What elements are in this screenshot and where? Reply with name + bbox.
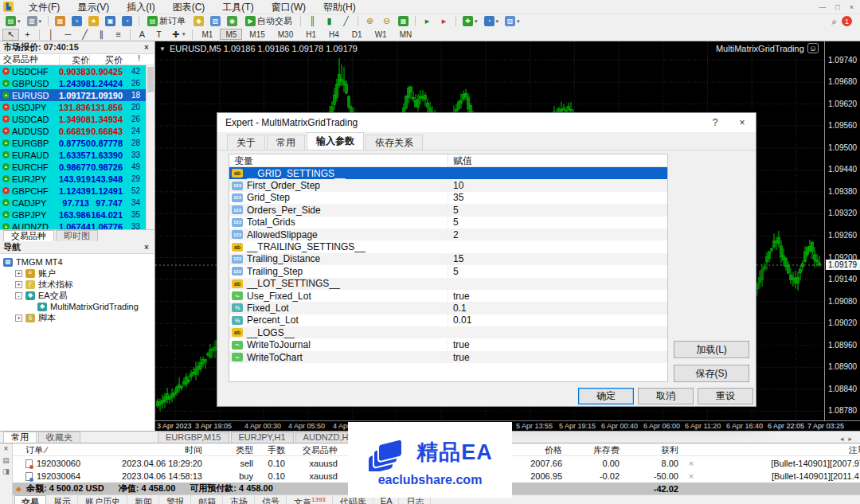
metaeditor-button[interactable]: ◆ bbox=[190, 15, 207, 27]
market-watch-tab[interactable]: 即时图 bbox=[56, 230, 98, 241]
timeframe-d1[interactable]: D1 bbox=[346, 29, 368, 40]
cursor-button[interactable]: ↖ bbox=[2, 29, 19, 41]
terminal-tab-item[interactable]: 信号 bbox=[256, 495, 287, 504]
param-value[interactable]: 5 bbox=[448, 266, 667, 277]
param-value[interactable]: 35 bbox=[448, 192, 667, 203]
market-watch-scrollbar[interactable] bbox=[146, 65, 154, 229]
minimize-button[interactable]: — bbox=[819, 3, 826, 11]
vline-button[interactable]: │ bbox=[43, 29, 60, 41]
terminal-column-header[interactable]: 获利 bbox=[613, 444, 678, 456]
new-chart-button[interactable]: ▤▾ bbox=[2, 15, 24, 27]
market-watch-row[interactable]: ▲EURAUD1.633571.6339033 bbox=[0, 149, 154, 161]
new-order-button[interactable]: ▤新订单 bbox=[143, 15, 190, 27]
param-value[interactable]: 2 bbox=[448, 229, 667, 240]
line-chart-button[interactable]: ╱ bbox=[338, 15, 354, 27]
timeframe-w1[interactable]: W1 bbox=[369, 29, 393, 40]
param-row[interactable]: ½Percent_Lot0.01 bbox=[229, 315, 667, 326]
zoom-in-button[interactable]: ⊕ bbox=[362, 15, 378, 27]
terminal-column-header[interactable]: 类型 bbox=[213, 444, 253, 456]
terminal-tab-item[interactable]: 市场 bbox=[224, 495, 255, 504]
zoom-out-button[interactable]: ⊖ bbox=[378, 15, 395, 27]
terminal-column-header[interactable]: 注释 bbox=[698, 444, 860, 456]
chart-tab[interactable]: EURGBP,M15 bbox=[158, 432, 229, 443]
terminal-tab-item[interactable]: 展示 bbox=[47, 495, 78, 504]
nav-indicators[interactable]: +ƒ技术指标 bbox=[0, 279, 154, 290]
channel-button[interactable]: ∥ bbox=[93, 29, 110, 41]
market-watch-row[interactable]: ▲EURJPY143.919143.94829 bbox=[0, 173, 154, 185]
data-window-button[interactable]: + bbox=[68, 15, 85, 27]
crosshair-button[interactable]: + bbox=[19, 29, 36, 41]
terminal-tab-item[interactable]: 警报 bbox=[160, 495, 191, 504]
hline-button[interactable]: ─ bbox=[60, 29, 76, 41]
bar-chart-button[interactable]: ║ bbox=[304, 15, 321, 27]
market-watch-row[interactable]: ▲EURUSD1.091721.0919018 bbox=[0, 89, 154, 101]
timeframe-m1[interactable]: M1 bbox=[197, 29, 219, 40]
periods-button[interactable]: ◔▾ bbox=[481, 15, 502, 27]
add-indicator-button[interactable]: ✚▾ bbox=[459, 15, 481, 27]
fibo-button[interactable]: ≡ bbox=[110, 29, 127, 41]
param-row[interactable]: 123Orders_Per_Side5 bbox=[229, 204, 667, 216]
dialog-titlebar[interactable]: Expert - MultiMatrixGridTrading ? × bbox=[217, 113, 756, 132]
market-watch-row[interactable]: ▼USDCHF0.903830.9042542 bbox=[0, 65, 154, 77]
load-button[interactable]: 加载(L) bbox=[674, 341, 749, 358]
market-watch-row[interactable]: ▲EURGBP0.877500.8777828 bbox=[0, 137, 154, 149]
dialog-tab[interactable]: 依存关系 bbox=[366, 135, 423, 150]
terminal-column-header[interactable]: 订单 ∕ bbox=[25, 444, 101, 456]
terminal-tab-item[interactable]: 邮箱 bbox=[192, 495, 223, 504]
close-order-icon[interactable]: × bbox=[683, 470, 699, 483]
dialog-tab[interactable]: 输入参数 bbox=[307, 132, 364, 150]
expand-icon[interactable]: + bbox=[15, 270, 22, 277]
timeframe-mn[interactable]: MN bbox=[394, 29, 418, 40]
menu-file[interactable]: 文件(F) bbox=[20, 0, 68, 14]
text-button[interactable]: A bbox=[134, 29, 150, 41]
collapse-icon[interactable]: - bbox=[15, 292, 22, 299]
terminal-tool-icon[interactable]: ▤ bbox=[2, 456, 10, 464]
param-row[interactable]: 123Grid_Step35 bbox=[229, 192, 667, 204]
nav-experts[interactable]: -◆EA交易 bbox=[0, 290, 154, 301]
param-row[interactable]: 123Trailing_Step5 bbox=[229, 265, 667, 277]
timeframe-h4[interactable]: H4 bbox=[323, 29, 345, 40]
expand-icon[interactable]: + bbox=[15, 315, 22, 322]
timeframe-m5[interactable]: M5 bbox=[220, 29, 242, 40]
arrows-button[interactable]: ✚▾ bbox=[167, 29, 189, 41]
chevron-down-icon[interactable]: ▾ bbox=[18, 18, 21, 25]
tab-scroll-right-icon[interactable]: ▸ bbox=[848, 435, 852, 443]
chevron-down-icon[interactable]: ▾ bbox=[475, 18, 478, 25]
terminal-tab-item[interactable]: 账户历史 bbox=[79, 495, 127, 504]
dialog-tab[interactable]: 常用 bbox=[267, 135, 305, 150]
market-watch-button[interactable]: ▦ bbox=[52, 15, 68, 27]
menu-view[interactable]: 显示(V) bbox=[68, 0, 118, 14]
tab-scroll-left-icon[interactable]: ◂ bbox=[840, 435, 844, 443]
nav-account-server[interactable]: ▦TMGM MT4 bbox=[0, 256, 154, 268]
ok-button[interactable]: 确定 bbox=[578, 388, 634, 404]
terminal-tab-item[interactable]: 交易 bbox=[14, 495, 46, 504]
param-value[interactable]: 0.1 bbox=[448, 303, 667, 314]
param-value[interactable]: 0.01 bbox=[448, 315, 667, 326]
menu-tools[interactable]: 工具(T) bbox=[213, 0, 262, 14]
terminal-tab-item[interactable]: 新闻 bbox=[128, 495, 159, 504]
profiles-button[interactable]: ▥▾ bbox=[24, 15, 45, 27]
param-row[interactable]: ab__GRID_SETTINGS__ bbox=[229, 167, 667, 179]
maximize-button[interactable]: □ bbox=[835, 3, 839, 11]
close-button[interactable]: × bbox=[850, 3, 854, 11]
tile-windows-button[interactable]: ▦ bbox=[395, 15, 412, 27]
terminal-column-header[interactable]: 库存费 bbox=[569, 444, 620, 456]
scrollbar-thumb[interactable] bbox=[147, 67, 154, 92]
navigator-button[interactable]: ★ bbox=[85, 15, 102, 27]
help-button[interactable]: ? bbox=[702, 113, 729, 132]
close-icon[interactable]: × bbox=[4, 444, 9, 453]
terminal-tab-item[interactable]: 文章1393 bbox=[287, 495, 333, 504]
save-button[interactable]: 保存(S) bbox=[674, 365, 749, 382]
market-watch-row[interactable]: ▲EURCHF0.986770.9872649 bbox=[0, 161, 154, 173]
news-button[interactable]: ◉ bbox=[224, 15, 240, 27]
chevron-down-icon[interactable]: ▾ bbox=[517, 18, 520, 25]
param-row[interactable]: ab__LOGS__ bbox=[229, 326, 667, 338]
terminal-tool-icon[interactable]: ◨ bbox=[2, 467, 10, 475]
param-row[interactable]: 123First_Order_Step10 bbox=[229, 179, 667, 191]
param-row[interactable]: ab__TRAILING_SETTINGS__ bbox=[229, 240, 667, 252]
param-value[interactable]: true bbox=[448, 339, 667, 350]
param-value[interactable]: true bbox=[448, 291, 667, 302]
param-row[interactable]: 123Trailing_Distance15 bbox=[229, 253, 667, 265]
param-row[interactable]: ab__LOT_SETTINGS__ bbox=[229, 278, 667, 290]
menu-insert[interactable]: 插入(I) bbox=[118, 0, 163, 14]
